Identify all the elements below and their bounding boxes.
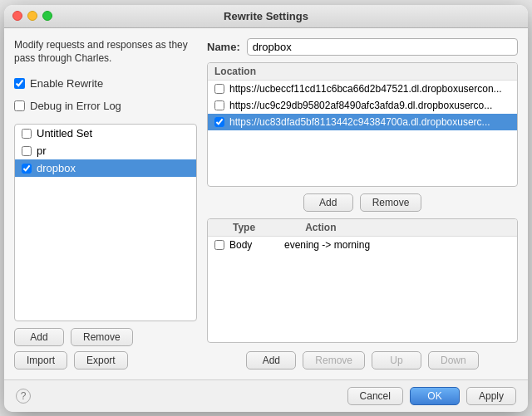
action-checkbox[interactable]: [214, 240, 224, 250]
enable-rewrite-checkbox[interactable]: [14, 78, 25, 89]
traffic-lights: [12, 11, 52, 21]
set-item-checkbox[interactable]: [22, 164, 32, 174]
import-button[interactable]: Import: [14, 351, 67, 370]
remove-action-button[interactable]: Remove: [303, 351, 365, 370]
left-buttons: Add Remove Import Export: [14, 328, 197, 370]
location-item[interactable]: https://uc9c29db95802af8490afc3afda9.dl.…: [208, 97, 517, 114]
loc-checkbox[interactable]: [214, 100, 224, 110]
set-item-label: pr: [37, 144, 47, 157]
action-type: Body: [229, 239, 279, 251]
titlebar: Rewrite Settings: [4, 5, 528, 28]
apply-button[interactable]: Apply: [466, 387, 516, 405]
enable-rewrite-row: Enable Rewrite: [14, 77, 197, 90]
set-item-checkbox[interactable]: [22, 146, 32, 156]
location-header: Location: [208, 63, 517, 81]
down-action-button[interactable]: Down: [428, 351, 479, 370]
set-list[interactable]: Untitled Set pr dropbox: [14, 124, 197, 321]
add-remove-row: Add Remove: [14, 328, 197, 346]
right-panel: Name: Location https://ucbeccf11cd11c6bc…: [207, 38, 518, 370]
maximize-button[interactable]: [42, 11, 52, 21]
loc-checkbox[interactable]: [214, 84, 224, 94]
location-item[interactable]: https://ucbeccf11cd11c6bca66d2b47521.dl.…: [208, 81, 517, 97]
main-content: Modify requests and responses as they pa…: [4, 28, 528, 379]
list-item[interactable]: pr: [15, 142, 196, 159]
name-label: Name:: [207, 41, 240, 53]
debug-error-log-checkbox[interactable]: [14, 100, 25, 111]
loc-checkbox[interactable]: [214, 117, 224, 127]
debug-error-log-row: Debug in Error Log: [14, 100, 197, 112]
action-value: evening -> morning: [284, 239, 370, 251]
locations-list[interactable]: Location https://ucbeccf11cd11c6bca66d2b…: [207, 62, 518, 187]
debug-error-log-label: Debug in Error Log: [30, 100, 121, 112]
set-item-label: dropbox: [37, 162, 76, 174]
help-button[interactable]: ?: [16, 389, 31, 404]
action-buttons: Add Remove Up Down: [207, 351, 518, 370]
add-action-button[interactable]: Add: [246, 351, 296, 370]
location-buttons: Add Remove: [207, 193, 518, 212]
location-item[interactable]: https://uc83dfad5bf8113442c94384700a.dl.…: [208, 114, 517, 130]
location-url: https://uc9c29db95802af8490afc3afda9.dl.…: [229, 100, 510, 111]
bottom-bar: ? Cancel OK Apply: [4, 379, 528, 412]
remove-location-button[interactable]: Remove: [360, 193, 422, 212]
location-url: https://uc83dfad5bf8113442c94384700a.dl.…: [229, 116, 510, 128]
name-input[interactable]: [247, 38, 518, 56]
list-item[interactable]: Untitled Set: [15, 125, 196, 142]
dialog-title: Rewrite Settings: [224, 10, 308, 22]
import-export-row: Import Export: [14, 351, 197, 370]
remove-set-button[interactable]: Remove: [71, 328, 133, 346]
description-text: Modify requests and responses as they pa…: [14, 38, 197, 66]
name-row: Name:: [207, 38, 518, 56]
type-col-header: Type: [233, 222, 255, 233]
location-url: https://ucbeccf11cd11c6bca66d2b47521.dl.…: [229, 83, 510, 95]
close-button[interactable]: [12, 11, 22, 21]
add-set-button[interactable]: Add: [14, 328, 64, 346]
actions-list[interactable]: Type Action Body evening -> morning: [207, 218, 518, 343]
action-col-header: Action: [305, 222, 336, 233]
cancel-button[interactable]: Cancel: [347, 387, 403, 405]
actions-header: Type Action: [208, 219, 517, 237]
up-action-button[interactable]: Up: [372, 351, 421, 370]
set-item-checkbox[interactable]: [22, 129, 32, 139]
set-item-label: Untitled Set: [37, 127, 92, 139]
dialog-window: Rewrite Settings Modify requests and res…: [4, 5, 528, 412]
add-location-button[interactable]: Add: [303, 193, 353, 212]
action-item[interactable]: Body evening -> morning: [208, 237, 517, 253]
minimize-button[interactable]: [27, 11, 37, 21]
export-button[interactable]: Export: [74, 351, 128, 370]
enable-rewrite-label: Enable Rewrite: [30, 77, 103, 90]
left-panel: Modify requests and responses as they pa…: [14, 38, 197, 370]
bottom-right-buttons: Cancel OK Apply: [347, 387, 516, 405]
list-item[interactable]: dropbox: [15, 159, 196, 177]
ok-button[interactable]: OK: [410, 387, 460, 405]
